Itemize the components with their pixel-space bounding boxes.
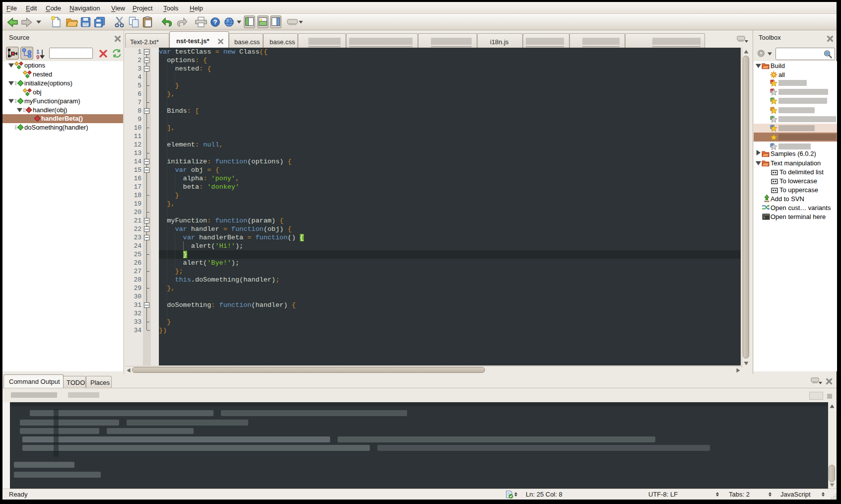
- svg-text:?: ?: [213, 19, 217, 26]
- svg-text:9: 9: [36, 54, 39, 60]
